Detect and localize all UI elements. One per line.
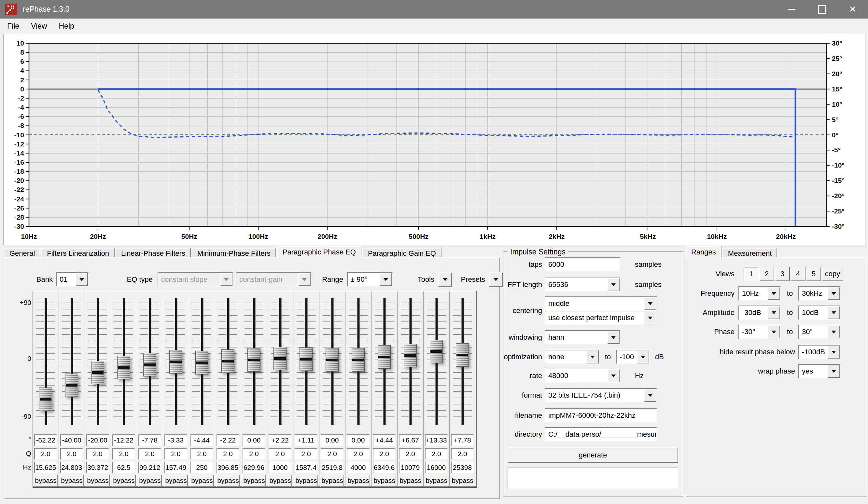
band-degree-value[interactable]: -20.00 — [86, 434, 109, 446]
chevron-down-icon[interactable] — [380, 273, 392, 286]
band-frequency-value[interactable]: 39.372 — [86, 462, 109, 473]
menu-view[interactable]: View — [25, 19, 53, 34]
band-degree-value[interactable]: +1.11 — [294, 434, 318, 446]
amplitude-from-dropdown[interactable]: -30dB — [738, 305, 781, 320]
band-q-value[interactable]: 2.0 — [451, 448, 474, 460]
eq-slider-handle[interactable] — [352, 348, 365, 371]
band-frequency-value[interactable]: 99.212 — [138, 462, 161, 473]
tab-paragraphic-phase-eq[interactable]: Paragraphic Phase EQ — [277, 246, 361, 258]
centering-mode-dropdown[interactable]: use closest perfect impulse — [545, 311, 657, 325]
band-frequency-value[interactable]: 250 — [190, 462, 213, 473]
chevron-down-icon[interactable] — [828, 287, 840, 300]
band-degree-value[interactable]: -40.00 — [60, 434, 83, 446]
eq-slider-handle[interactable] — [326, 348, 339, 371]
chevron-down-icon[interactable] — [607, 369, 620, 382]
eq-slider-handle[interactable] — [456, 343, 469, 367]
band-frequency-value[interactable]: 25398 — [451, 462, 474, 473]
band-frequency-value[interactable]: 62.5 — [112, 462, 135, 473]
band-q-value[interactable]: 2.0 — [138, 448, 161, 460]
band-bypass-button[interactable]: bypass — [294, 475, 318, 487]
band-bypass-button[interactable]: bypass — [372, 475, 396, 487]
wrap-phase-dropdown[interactable]: yes — [798, 364, 841, 378]
close-button[interactable]: ✕ — [837, 0, 868, 19]
band-frequency-value[interactable]: 629.96 — [242, 462, 265, 473]
band-bypass-button[interactable]: bypass — [347, 475, 370, 487]
view-button-4[interactable]: 4 — [790, 267, 806, 281]
band-q-value[interactable]: 2.0 — [373, 448, 395, 460]
eq-slider-handle[interactable] — [91, 361, 104, 384]
band-frequency-value[interactable]: 4000 — [347, 462, 370, 473]
band-bypass-button[interactable]: bypass — [112, 475, 136, 487]
band-frequency-value[interactable]: 24.803 — [60, 462, 83, 473]
chevron-down-icon[interactable] — [586, 350, 599, 364]
band-q-value[interactable]: 2.0 — [86, 448, 109, 460]
band-q-value[interactable]: 2.0 — [190, 448, 213, 460]
band-bypass-button[interactable]: bypass — [60, 475, 84, 487]
eq-slider-handle[interactable] — [273, 347, 287, 370]
band-bypass-button[interactable]: bypass — [34, 475, 58, 487]
band-frequency-value[interactable]: 10079 — [399, 462, 422, 473]
centering-dropdown[interactable]: middle — [545, 296, 657, 311]
band-degree-value[interactable]: 0.00 — [321, 434, 343, 446]
view-button-2[interactable]: 2 — [759, 267, 774, 281]
frequency-to-dropdown[interactable]: 30kHz — [798, 286, 841, 301]
chevron-down-icon[interactable] — [828, 346, 840, 359]
view-button-1[interactable]: 1 — [744, 267, 758, 281]
band-degree-value[interactable]: +7.78 — [451, 434, 474, 446]
band-degree-value[interactable]: +13.33 — [425, 434, 448, 446]
band-frequency-value[interactable]: 15.625 — [34, 462, 57, 473]
band-q-value[interactable]: 2.0 — [112, 448, 135, 460]
band-q-value[interactable]: 2.0 — [242, 448, 265, 460]
band-degree-value[interactable]: +2.22 — [269, 434, 291, 446]
band-bypass-button[interactable]: bypass — [451, 475, 474, 487]
eq-slider-handle[interactable] — [300, 347, 312, 371]
band-frequency-value[interactable]: 6349.6 — [373, 462, 395, 473]
band-frequency-value[interactable]: 1000 — [269, 462, 291, 473]
band-q-value[interactable]: 2.0 — [217, 448, 239, 460]
band-degree-value[interactable]: -4.44 — [190, 434, 213, 446]
chevron-down-icon[interactable] — [768, 325, 780, 338]
fft-length-dropdown[interactable]: 65536 — [545, 277, 620, 292]
frequency-from-dropdown[interactable]: 10Hz — [738, 286, 781, 301]
eq-slider-handle[interactable] — [195, 351, 208, 375]
band-bypass-button[interactable]: bypass — [425, 475, 448, 487]
optimization-dropdown[interactable]: none — [545, 350, 599, 364]
band-q-value[interactable]: 2.0 — [60, 448, 83, 460]
band-degree-value[interactable]: +6.67 — [399, 434, 422, 446]
band-q-value[interactable]: 2.0 — [321, 448, 343, 460]
band-frequency-value[interactable]: 2519.8 — [321, 462, 343, 473]
band-degree-value[interactable]: -7.78 — [138, 434, 161, 446]
range-dropdown[interactable]: ± 90° — [347, 272, 393, 287]
band-q-value[interactable]: 2.0 — [269, 448, 291, 460]
maximize-button[interactable] — [807, 0, 837, 19]
view-button-5[interactable]: 5 — [806, 267, 821, 281]
band-q-value[interactable]: 2.0 — [425, 448, 448, 460]
band-frequency-value[interactable]: 16000 — [425, 462, 448, 473]
band-bypass-button[interactable]: bypass — [190, 475, 214, 487]
phase-to-dropdown[interactable]: 30° — [798, 325, 841, 339]
chevron-down-icon[interactable] — [607, 331, 620, 344]
eq-slider-handle[interactable] — [169, 350, 182, 374]
band-bypass-button[interactable]: bypass — [399, 475, 422, 487]
band-q-value[interactable]: 2.0 — [399, 448, 422, 460]
band-degree-value[interactable]: +4.44 — [373, 434, 395, 446]
chevron-down-icon[interactable] — [828, 365, 840, 378]
slider-track[interactable] — [71, 298, 73, 425]
directory-input[interactable]: C:/__data perso/_________mesur — [545, 427, 657, 442]
band-bypass-button[interactable]: bypass — [138, 475, 162, 487]
chevron-down-icon[interactable] — [644, 311, 657, 324]
taps-input[interactable]: 6000 — [545, 258, 620, 272]
tools-menu-button[interactable] — [438, 272, 452, 287]
band-degree-value[interactable]: -12.22 — [112, 434, 135, 446]
view-button-copy[interactable]: copy — [822, 267, 843, 281]
band-q-value[interactable]: 2.0 — [347, 448, 370, 460]
eq-slider-handle[interactable] — [65, 374, 78, 397]
phase-from-dropdown[interactable]: -30° — [738, 325, 781, 339]
chevron-down-icon[interactable] — [768, 306, 780, 319]
filename-input[interactable]: impMM7-6000t-20hz-22khz — [545, 408, 657, 423]
chevron-down-icon[interactable] — [75, 273, 88, 286]
band-bypass-button[interactable]: bypass — [242, 475, 266, 487]
menu-help[interactable]: Help — [53, 19, 80, 34]
optimization-db-dropdown[interactable]: -100 — [616, 350, 650, 364]
bank-dropdown[interactable]: 01 — [56, 272, 89, 287]
